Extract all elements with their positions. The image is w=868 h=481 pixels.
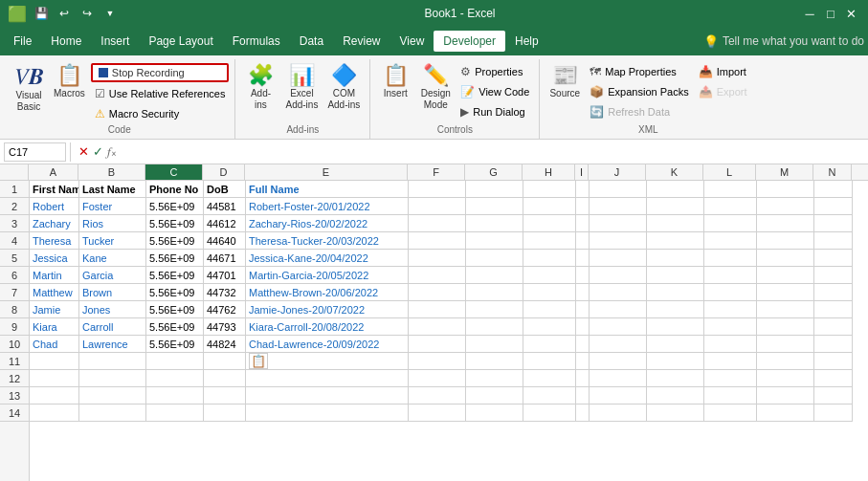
cell-G13[interactable] xyxy=(466,387,523,404)
cell-G4[interactable] xyxy=(466,232,523,250)
cell-H7[interactable] xyxy=(523,284,576,301)
cell-A9[interactable]: Kiara xyxy=(30,318,79,336)
cell-N7[interactable] xyxy=(814,284,853,301)
col-header-h[interactable]: H xyxy=(523,164,575,180)
cell-M2[interactable] xyxy=(757,198,814,215)
export-btn[interactable]: 📤 Export xyxy=(695,83,751,100)
row-header-7[interactable]: 7 xyxy=(0,284,29,301)
cell-B1[interactable]: Last Name xyxy=(79,181,146,198)
cell-F5[interactable] xyxy=(409,250,466,267)
cell-K8[interactable] xyxy=(647,301,704,318)
cell-D6[interactable]: 44701 xyxy=(204,267,246,284)
cell-L2[interactable] xyxy=(704,198,757,215)
cell-D12[interactable] xyxy=(204,370,246,387)
cell-L7[interactable] xyxy=(704,284,757,301)
cell-L8[interactable] xyxy=(704,301,757,318)
row-header-14[interactable]: 14 xyxy=(0,404,29,422)
col-header-g[interactable]: G xyxy=(465,164,523,180)
row-header-4[interactable]: 4 xyxy=(0,232,29,250)
cell-I1[interactable] xyxy=(576,181,590,198)
expansion-packs-btn[interactable]: 📦 Expansion Packs xyxy=(586,83,692,100)
col-header-c[interactable]: C xyxy=(145,164,203,180)
cell-C5[interactable]: 5.56E+09 xyxy=(146,250,204,267)
cell-I8[interactable] xyxy=(576,301,590,318)
view-code-btn[interactable]: 📝 View Code xyxy=(456,83,533,100)
cell-A4[interactable]: Theresa xyxy=(30,232,79,250)
cell-J4[interactable] xyxy=(590,232,647,250)
tell-me-bar[interactable]: 💡 Tell me what you want to do xyxy=(703,34,864,49)
cell-C4[interactable]: 5.56E+09 xyxy=(146,232,204,250)
cell-D11[interactable] xyxy=(204,353,246,370)
cell-F1[interactable] xyxy=(409,181,466,198)
cell-B3[interactable]: Rios xyxy=(79,215,146,232)
cell-M12[interactable] xyxy=(757,370,814,387)
cell-K2[interactable] xyxy=(647,198,704,215)
cell-H1[interactable] xyxy=(523,181,576,198)
cell-M5[interactable] xyxy=(757,250,814,267)
cell-E8[interactable]: Jamie-Jones-20/07/2022 xyxy=(246,301,409,318)
cell-E3[interactable]: Zachary-Rios-20/02/2022 xyxy=(246,215,409,232)
col-header-b[interactable]: B xyxy=(78,164,145,180)
cell-J8[interactable] xyxy=(590,301,647,318)
col-header-j[interactable]: J xyxy=(589,164,646,180)
cell-L10[interactable] xyxy=(704,336,757,353)
cell-I9[interactable] xyxy=(576,318,590,336)
formula-input[interactable] xyxy=(121,140,864,164)
cell-M11[interactable] xyxy=(757,353,814,370)
cell-J14[interactable] xyxy=(590,404,647,422)
cell-N11[interactable] xyxy=(814,353,853,370)
cell-N3[interactable] xyxy=(814,215,853,232)
cell-M14[interactable] xyxy=(757,404,814,422)
insert-btn[interactable]: 📋 Insert xyxy=(376,61,414,101)
menu-view[interactable]: View xyxy=(390,31,434,52)
cell-M6[interactable] xyxy=(757,267,814,284)
cell-D4[interactable]: 44640 xyxy=(204,232,246,250)
menu-page-layout[interactable]: Page Layout xyxy=(139,31,222,52)
cell-F9[interactable] xyxy=(409,318,466,336)
cell-E4[interactable]: Theresa-Tucker-20/03/2022 xyxy=(246,232,409,250)
cell-H6[interactable] xyxy=(523,267,576,284)
cell-C3[interactable]: 5.56E+09 xyxy=(146,215,204,232)
cell-H12[interactable] xyxy=(523,370,576,387)
cell-M4[interactable] xyxy=(757,232,814,250)
menu-data[interactable]: Data xyxy=(290,31,333,52)
cell-G14[interactable] xyxy=(466,404,523,422)
cell-G6[interactable] xyxy=(466,267,523,284)
cell-A8[interactable]: Jamie xyxy=(30,301,79,318)
add-ins-btn[interactable]: 🧩 Add-ins xyxy=(241,61,279,113)
cell-H14[interactable] xyxy=(523,404,576,422)
cell-M7[interactable] xyxy=(757,284,814,301)
cell-G11[interactable] xyxy=(466,353,523,370)
cell-E12[interactable] xyxy=(246,370,409,387)
cell-N14[interactable] xyxy=(814,404,853,422)
col-header-k[interactable]: K xyxy=(646,164,703,180)
cell-J6[interactable] xyxy=(590,267,647,284)
row-header-12[interactable]: 12 xyxy=(0,370,29,387)
cell-J7[interactable] xyxy=(590,284,647,301)
col-header-m[interactable]: M xyxy=(756,164,813,180)
row-header-6[interactable]: 6 xyxy=(0,267,29,284)
row-header-10[interactable]: 10 xyxy=(0,336,29,353)
cell-H10[interactable] xyxy=(523,336,576,353)
cell-K5[interactable] xyxy=(647,250,704,267)
row-header-1[interactable]: 1 xyxy=(0,181,29,198)
cell-I4[interactable] xyxy=(576,232,590,250)
cell-G8[interactable] xyxy=(466,301,523,318)
tell-me-text[interactable]: Tell me what you want to do xyxy=(723,34,864,48)
cell-K6[interactable] xyxy=(647,267,704,284)
run-dialog-btn[interactable]: ▶ Run Dialog xyxy=(456,103,533,120)
cancel-formula-icon[interactable]: ✕ xyxy=(78,144,89,159)
cell-D7[interactable]: 44732 xyxy=(204,284,246,301)
redo-icon[interactable]: ↪ xyxy=(78,5,96,22)
cell-B11[interactable] xyxy=(79,353,146,370)
row-header-11[interactable]: 11 xyxy=(0,353,29,370)
cell-N5[interactable] xyxy=(814,250,853,267)
menu-file[interactable]: File xyxy=(4,31,41,52)
paste-options-clipboard-icon[interactable]: 📋 xyxy=(249,353,268,369)
cell-K11[interactable] xyxy=(647,353,704,370)
cell-M3[interactable] xyxy=(757,215,814,232)
cell-F11[interactable] xyxy=(409,353,466,370)
cell-C13[interactable] xyxy=(146,387,204,404)
cell-K13[interactable] xyxy=(647,387,704,404)
cell-K1[interactable] xyxy=(647,181,704,198)
